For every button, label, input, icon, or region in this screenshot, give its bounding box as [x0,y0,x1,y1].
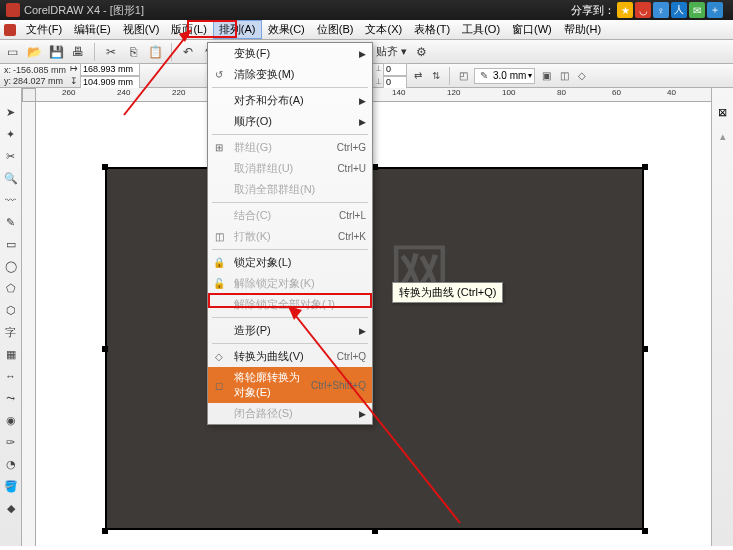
menu-edit[interactable]: 编辑(E) [68,20,117,39]
basic-shapes-icon[interactable]: ⬡ [3,302,19,318]
menu-label: 顺序(O) [234,114,272,129]
menu-item[interactable]: 对齐和分布(A)▶ [208,90,372,111]
menu-item[interactable]: ◻将轮廓转换为对象(E)Ctrl+Shift+Q [208,367,372,403]
cut-icon[interactable]: ✂ [103,44,119,60]
menu-item[interactable]: ↺清除变换(M) [208,64,372,85]
menu-item: 解除锁定全部对象(J) [208,294,372,315]
menu-label: 对齐和分布(A) [234,93,304,108]
share-weibo-icon[interactable]: ◡ [635,2,651,18]
text-tool-icon[interactable]: 字 [3,324,19,340]
fill-tool-icon[interactable]: 🪣 [3,478,19,494]
menu-label: 取消群组(U) [234,161,293,176]
copy-icon[interactable]: ⎘ [125,44,141,60]
undo-icon[interactable]: ↶ [180,44,196,60]
x-label: x: [4,65,11,76]
menu-label: 锁定对象(L) [234,255,291,270]
menu-bitmap[interactable]: 位图(B) [311,20,360,39]
options-icon[interactable]: ⚙ [413,44,429,60]
table-tool-icon[interactable]: ▦ [3,346,19,362]
palette-right: ⊠ ▴ [711,88,733,546]
menu-item[interactable]: 🔒锁定对象(L) [208,252,372,273]
eyedropper-tool-icon[interactable]: ✑ [3,434,19,450]
menu-label: 解除锁定对象(K) [234,276,315,291]
interactive-fill-icon[interactable]: ◆ [3,500,19,516]
menu-help[interactable]: 帮助(H) [558,20,607,39]
crop-tool-icon[interactable]: ✂ [3,148,19,164]
outline-width-select[interactable]: ✎ 3.0 mm ▾ [474,68,535,84]
menu-layout[interactable]: 版面(L) [165,20,212,39]
no-color-icon[interactable]: ⊠ [715,104,731,120]
height-input[interactable] [80,76,140,89]
rectangle-tool-icon[interactable]: ▭ [3,236,19,252]
submenu-arrow-icon: ▶ [359,326,366,336]
menu-shortcut: Ctrl+G [337,142,366,153]
pen-icon: ✎ [477,69,491,83]
wrap-icon[interactable]: ▣ [539,69,553,83]
dimension-tool-icon[interactable]: ↔ [3,368,19,384]
handle-tl[interactable] [102,164,108,170]
menu-shortcut: Ctrl+Q [337,351,366,362]
polygon-tool-icon[interactable]: ⬠ [3,280,19,296]
menu-file[interactable]: 文件(F) [20,20,68,39]
scroll-up-icon[interactable]: ▴ [715,128,731,144]
menu-icon: ⊞ [212,141,226,155]
connector-tool-icon[interactable]: ⤳ [3,390,19,406]
menu-shortcut: Ctrl+Shift+Q [311,380,366,391]
open-icon[interactable]: 📂 [26,44,42,60]
corner-icon[interactable]: ◰ [456,69,470,83]
behind-icon[interactable]: ◫ [557,69,571,83]
share-qzone-icon[interactable]: ♀ [653,2,669,18]
smart-tool-icon[interactable]: ✎ [3,214,19,230]
menu-effects[interactable]: 效果(C) [262,20,311,39]
menu-item[interactable]: 造形(P)▶ [208,320,372,341]
mirror-h-icon[interactable]: ⇄ [411,69,425,83]
zoom-tool-icon[interactable]: 🔍 [3,170,19,186]
menu-label: 闭合路径(S) [234,406,293,421]
app-title: CorelDRAW X4 - [图形1] [24,3,144,18]
handle-b[interactable] [372,528,378,534]
menu-tools[interactable]: 工具(O) [456,20,506,39]
pick-tool-icon[interactable]: ➤ [3,104,19,120]
share-label: 分享到： [571,3,615,18]
menu-text[interactable]: 文本(X) [359,20,408,39]
ellipse-tool-icon[interactable]: ◯ [3,258,19,274]
menu-item[interactable]: 顺序(O)▶ [208,111,372,132]
menu-window[interactable]: 窗口(W) [506,20,558,39]
share-wechat-icon[interactable]: ✉ [689,2,705,18]
handle-l[interactable] [102,346,108,352]
selected-rectangle[interactable] [105,167,644,530]
rot2-input[interactable] [383,76,407,89]
blend-tool-icon[interactable]: ◉ [3,412,19,428]
paste-icon[interactable]: 📋 [147,44,163,60]
tooltip: 转换为曲线 (Ctrl+Q) [392,282,503,303]
menu-arrange[interactable]: 排列(A) [213,20,262,39]
rot1-input[interactable] [383,63,407,76]
width-input[interactable] [80,63,140,76]
tick: 260 [62,88,75,97]
freehand-tool-icon[interactable]: 〰 [3,192,19,208]
mirror-v-icon[interactable]: ⇅ [429,69,443,83]
tick: 60 [612,88,621,97]
convert-icon[interactable]: ◇ [575,69,589,83]
handle-bl[interactable] [102,528,108,534]
outline-tool-icon[interactable]: ◔ [3,456,19,472]
new-icon[interactable]: ▭ [4,44,20,60]
tick: 240 [117,88,130,97]
handle-tr[interactable] [642,164,648,170]
share-renren-icon[interactable]: 人 [671,2,687,18]
menu-table[interactable]: 表格(T) [408,20,456,39]
menu-item: 取消群组(U)Ctrl+U [208,158,372,179]
save-icon[interactable]: 💾 [48,44,64,60]
share-plus-icon[interactable]: ＋ [707,2,723,18]
toolbox-left: ➤ ✦ ✂ 🔍 〰 ✎ ▭ ◯ ⬠ ⬡ 字 ▦ ↔ ⤳ ◉ ✑ ◔ 🪣 ◆ [0,88,22,546]
print-icon[interactable]: 🖶 [70,44,86,60]
handle-br[interactable] [642,528,648,534]
share-star-icon[interactable]: ★ [617,2,633,18]
menu-item[interactable]: ◇转换为曲线(V)Ctrl+Q [208,346,372,367]
handle-r[interactable] [642,346,648,352]
submenu-arrow-icon: ▶ [359,117,366,127]
menu-item[interactable]: 变换(F)▶ [208,43,372,64]
shape-tool-icon[interactable]: ✦ [3,126,19,142]
snap-dropdown[interactable]: 贴齐 ▾ [376,44,407,59]
menu-view[interactable]: 视图(V) [117,20,166,39]
